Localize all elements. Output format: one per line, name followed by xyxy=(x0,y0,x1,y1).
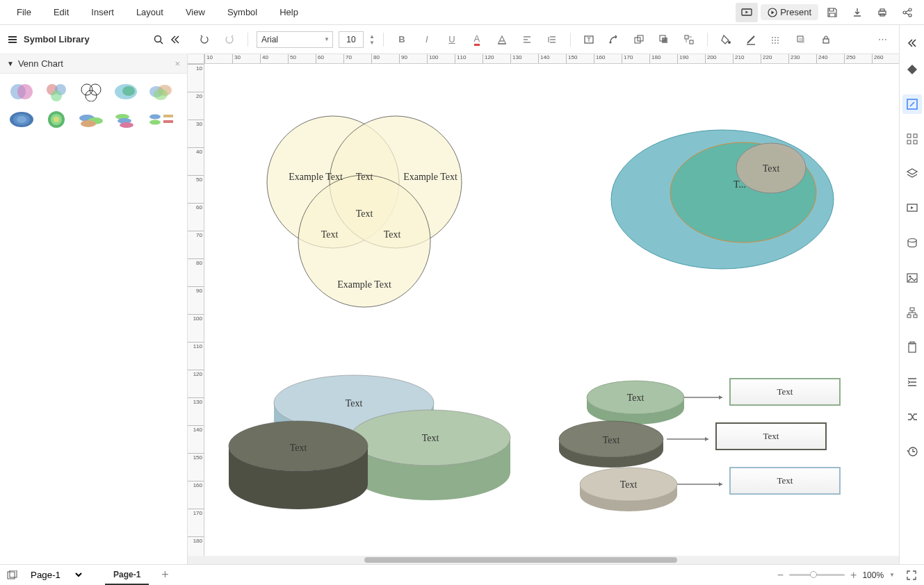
menu-layout[interactable]: Layout xyxy=(125,1,175,23)
menu-insert[interactable]: Insert xyxy=(80,1,125,23)
save-icon[interactable] xyxy=(821,3,843,22)
top-menu-bar: File Edit Insert Layout View Symbol Help… xyxy=(0,0,924,25)
slideshow-icon[interactable] xyxy=(736,3,758,22)
svg-rect-3 xyxy=(880,9,884,11)
menu-view[interactable]: View xyxy=(175,1,216,23)
share-icon[interactable] xyxy=(896,3,918,22)
svg-point-5 xyxy=(903,11,906,14)
present-label: Present xyxy=(780,7,811,17)
svg-point-6 xyxy=(909,8,911,11)
print-icon[interactable] xyxy=(871,3,893,22)
menu-edit[interactable]: Edit xyxy=(42,1,80,23)
present-button[interactable]: Present xyxy=(761,4,818,20)
menu-help[interactable]: Help xyxy=(268,1,309,23)
download-icon[interactable] xyxy=(846,3,868,22)
menu-file[interactable]: File xyxy=(6,1,42,23)
menu-symbol[interactable]: Symbol xyxy=(216,1,268,23)
svg-point-7 xyxy=(909,14,911,17)
